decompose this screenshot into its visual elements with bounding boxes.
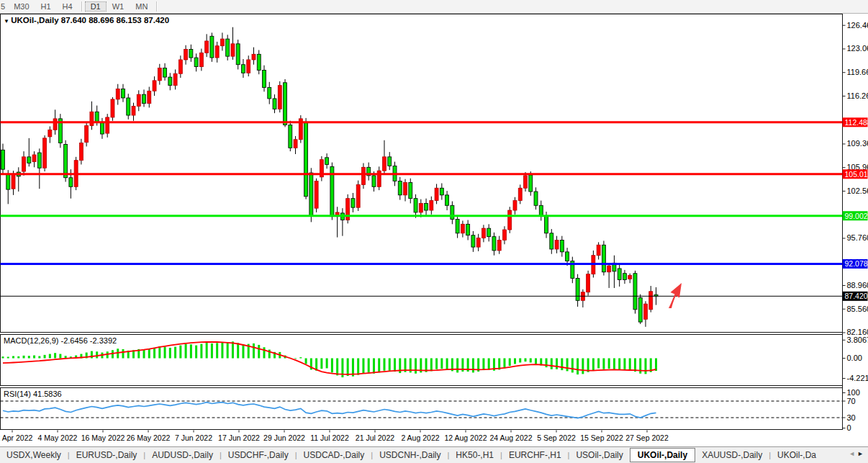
price-axis[interactable]: 126.460123.060119.660116.260109.360105.9… (843, 14, 868, 433)
rsi-tick-70: 70 (847, 397, 856, 405)
trading-terminal: 5M30H1H4D1W1MN 126.460123.060119.660116.… (0, 0, 868, 463)
rsi-label: RSI(14) 41.5836 (4, 390, 62, 398)
chart-canvas[interactable]: 126.460123.060119.660116.260109.360105.9… (0, 0, 868, 463)
timeframe-button-MN[interactable]: MN (130, 1, 153, 12)
price-tag-text: 99.002 (845, 212, 868, 220)
rsi-panel[interactable] (1, 388, 843, 430)
timeframe-button-W1[interactable]: W1 (107, 1, 130, 12)
price-tick-88.960: 88.960 (847, 281, 868, 289)
macd-tick--4.221: -4.221 (847, 374, 868, 382)
timeframe-button-D1[interactable]: D1 (85, 1, 107, 12)
symbol-tab-usdx-weekly[interactable]: USDX,Weekly (0, 448, 68, 462)
rsi-tick-0: 0 (847, 423, 851, 432)
date-label: 2 Aug 2022 (401, 433, 439, 442)
macd-label: MACD(12,26,9) -2.6456 -2.3392 (4, 336, 117, 345)
price-tag-text: 92.078 (845, 259, 868, 268)
price-tick-116.260: 116.260 (847, 91, 868, 100)
timeframe-button-H1[interactable]: H1 (35, 1, 57, 12)
date-label: 17 Jun 2022 (218, 433, 260, 442)
symbol-tab-xauusd-daily[interactable]: XAUUSD-,Daily (695, 448, 769, 462)
date-label: 15 Sep 2022 (580, 433, 623, 442)
toolbar-separator (81, 1, 82, 12)
chart-title: ▼ UKOil-,Daily 87.640 88.696 86.153 87.4… (4, 16, 169, 24)
price-tick-95.760: 95.760 (847, 233, 868, 242)
price-tick-126.460: 126.460 (847, 21, 868, 30)
timeframe-button-5[interactable]: 5 (0, 1, 8, 12)
date-label: 4 May 2022 (38, 433, 78, 442)
timeframe-toolbar: 5M30H1H4D1W1MN (0, 0, 868, 14)
toolbar-separator (156, 1, 157, 12)
symbol-tab-eurchf-h1[interactable]: EURCHF-,H1 (502, 448, 568, 462)
date-label: 21 Jul 2022 (356, 433, 394, 442)
date-label: 26 May 2022 (127, 433, 171, 442)
symbol-tab-ukoil-da[interactable]: UKOil-,Da (771, 448, 823, 462)
rsi-tick-100: 100 (847, 388, 860, 397)
price-tag-text: 87.420 (845, 292, 868, 300)
price-tick-85.560: 85.560 (847, 305, 868, 313)
price-tick-123.060: 123.060 (847, 44, 868, 53)
date-label: 29 Jun 2022 (263, 433, 305, 442)
timeframe-button-H4[interactable]: H4 (57, 1, 78, 12)
symbol-tab-eurusd-daily[interactable]: EURUSD-,Daily (70, 448, 144, 462)
price-tag-text: 105.015 (845, 170, 868, 179)
date-label: 12 Aug 2022 (445, 433, 487, 442)
date-label: 16 May 2022 (81, 433, 125, 442)
symbol-tab-ukoil-daily[interactable]: UKOil-,Daily (630, 448, 695, 462)
symbol-tab-usdcad-daily[interactable]: USDCAD-,Daily (297, 448, 371, 462)
price-tick-109.360: 109.360 (847, 139, 868, 148)
symbol-tab-hk50-h1[interactable]: HK50-,H1 (449, 448, 500, 462)
timeframe-button-M30[interactable]: M30 (8, 1, 35, 12)
price-tag-text: 112.488 (845, 118, 868, 127)
symbol-tab-audusd-daily[interactable]: AUDUSD-,Daily (145, 448, 220, 462)
macd-tick-3.8067: 3.8067 (847, 336, 868, 344)
date-label: 5 Sep 2022 (537, 433, 576, 442)
symbol-tab-usoil-daily[interactable]: USOil-,Daily (569, 448, 629, 462)
price-tick-102.560: 102.560 (847, 186, 868, 195)
symbol-tab-usdcnh-daily[interactable]: USDCNH-,Daily (373, 448, 447, 462)
date-label: 11 Jul 2022 (310, 433, 349, 442)
rsi-tick-30: 30 (847, 413, 856, 422)
date-label: 27 Sep 2022 (625, 433, 669, 442)
date-label: 7 Jun 2022 (175, 433, 212, 442)
tab-scroll-right-icon[interactable]: ► (857, 450, 866, 457)
macd-tick-0.00: 0.00 (847, 354, 862, 362)
symbol-tab-usdchf-daily[interactable]: USDCHF-,Daily (222, 448, 295, 462)
date-label: 24 Aug 2022 (490, 433, 533, 442)
date-label: 22 Apr 2022 (0, 433, 32, 442)
tab-scroll-buttons: ◄► (849, 450, 866, 457)
symbol-tabbar: USDX,Weekly|EURUSD-,Daily|AUDUSD-,Daily|… (0, 446, 868, 463)
tab-scroll-left-icon[interactable]: ◄ (849, 450, 857, 457)
price-tick-119.660: 119.660 (847, 68, 868, 76)
date-axis[interactable]: 22 Apr 20224 May 202216 May 202226 May 2… (0, 431, 669, 443)
